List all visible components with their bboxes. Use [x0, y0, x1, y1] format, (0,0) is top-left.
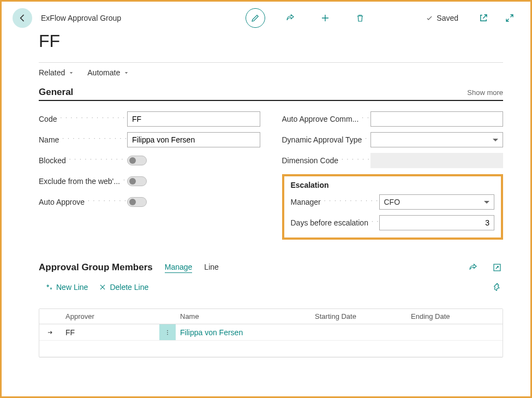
- edit-button[interactable]: [246, 8, 265, 28]
- tab-line[interactable]: Line: [204, 263, 218, 272]
- back-button[interactable]: [13, 8, 32, 28]
- cell-end[interactable]: [407, 329, 503, 336]
- label-dyn-approval-type: Dynamic Approval Type: [282, 135, 370, 144]
- members-table: Approver Name Starting Date Ending Date …: [39, 308, 503, 358]
- escalation-title: Escalation: [291, 181, 495, 189]
- svg-point-3: [167, 334, 168, 335]
- menu-related[interactable]: Related: [39, 68, 74, 77]
- pin-icon[interactable]: [491, 281, 503, 293]
- row-select-icon[interactable]: [39, 329, 61, 336]
- tab-manage[interactable]: Manage: [165, 263, 193, 273]
- label-days-before-escalation: Days before escalation: [291, 218, 379, 227]
- label-auto-approve-comm: Auto Approve Comm...: [282, 115, 370, 123]
- select-manager[interactable]: CFO: [379, 194, 495, 210]
- members-title: Approval Group Members: [39, 262, 153, 273]
- cell-approver[interactable]: FF: [61, 325, 159, 340]
- label-manager: Manager: [291, 198, 379, 206]
- label-code: Code: [39, 115, 127, 123]
- show-more-link[interactable]: Show more: [467, 88, 503, 97]
- label-exclude: Exclude from the web'...: [39, 177, 127, 186]
- members-share-icon[interactable]: [467, 262, 479, 274]
- members-expand-icon[interactable]: [491, 262, 503, 274]
- svg-point-1: [167, 330, 168, 331]
- cell-name[interactable]: Filippa von Fersen: [176, 325, 310, 340]
- input-code[interactable]: [127, 111, 260, 127]
- delete-button[interactable]: [350, 8, 370, 28]
- row-menu-button[interactable]: [159, 324, 176, 340]
- menu-automate-label: Automate: [87, 68, 120, 77]
- svg-point-2: [167, 332, 168, 333]
- menu-automate[interactable]: Automate: [87, 68, 129, 77]
- escalation-section: Escalation Manager CFO Days before escal…: [282, 174, 504, 240]
- select-dyn-approval-type[interactable]: [370, 132, 504, 147]
- col-ending-date[interactable]: Ending Date: [407, 309, 503, 324]
- input-dimension-code: [370, 153, 504, 168]
- label-auto-approve: Auto Approve: [39, 198, 127, 206]
- popout-button[interactable]: [474, 8, 493, 28]
- saved-label: Saved: [437, 14, 458, 22]
- toggle-auto-approve[interactable]: [127, 197, 147, 207]
- section-general-title: General: [39, 87, 73, 98]
- divider: [39, 62, 503, 63]
- table-row-empty[interactable]: [39, 341, 503, 357]
- input-auto-approve-comm[interactable]: [370, 111, 504, 127]
- expand-button[interactable]: [500, 8, 519, 28]
- table-row[interactable]: FF Filippa von Fersen: [39, 324, 503, 341]
- label-blocked: Blocked: [39, 156, 127, 165]
- col-name[interactable]: Name: [176, 309, 310, 324]
- new-line-button[interactable]: New Line: [45, 283, 88, 292]
- label-dimension-code: Dimension Code: [282, 156, 370, 165]
- col-starting-date[interactable]: Starting Date: [310, 309, 407, 324]
- delete-line-button[interactable]: Delete Line: [99, 283, 148, 292]
- input-days-before-escalation[interactable]: [379, 215, 495, 230]
- cell-start[interactable]: [310, 329, 407, 336]
- toggle-exclude[interactable]: [127, 176, 147, 186]
- toggle-blocked[interactable]: [127, 156, 147, 165]
- saved-status: Saved: [426, 14, 458, 22]
- page-title: FF: [39, 31, 503, 51]
- menu-related-label: Related: [39, 68, 65, 77]
- col-approver[interactable]: Approver: [61, 309, 159, 324]
- new-button[interactable]: [315, 8, 335, 28]
- input-name[interactable]: [127, 132, 260, 147]
- top-actions: [246, 8, 370, 28]
- label-name: Name: [39, 135, 127, 144]
- share-button[interactable]: [280, 8, 300, 28]
- breadcrumb: ExFlow Approval Group: [41, 14, 121, 22]
